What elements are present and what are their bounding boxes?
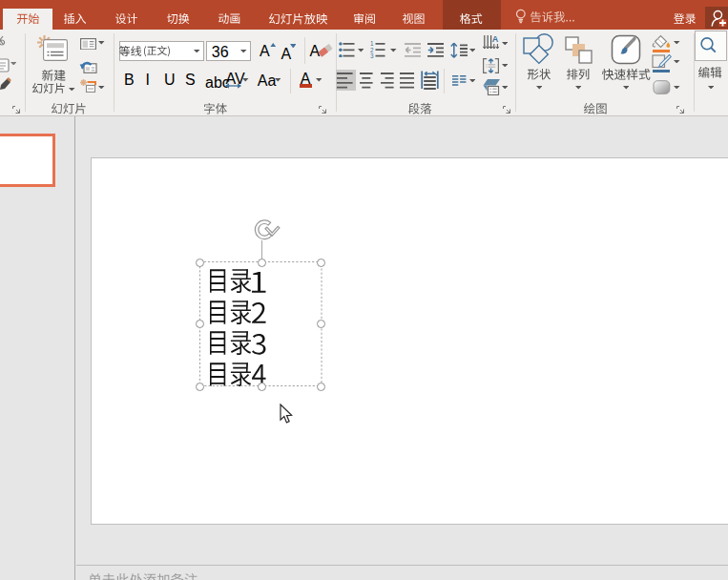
svg-text:3: 3: [370, 52, 374, 58]
svg-text:A: A: [491, 34, 498, 44]
